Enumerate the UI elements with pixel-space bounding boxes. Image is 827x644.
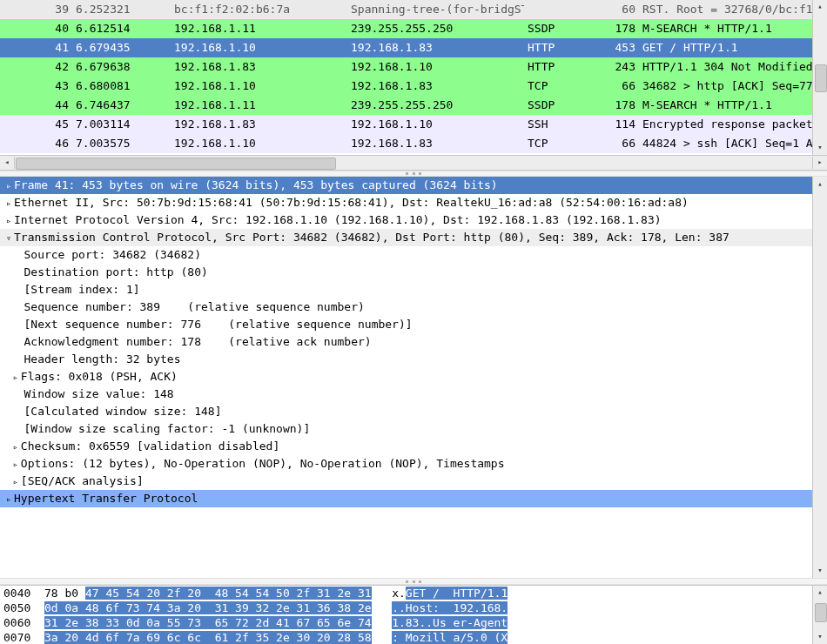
col-time: 6.612514 — [72, 19, 171, 38]
tree-item[interactable]: [Next sequence number: 776 (relative seq… — [0, 316, 812, 333]
col-time: 6.680081 — [72, 77, 171, 96]
col-length: 114 — [601, 115, 639, 134]
expander-icon[interactable]: ▹ — [10, 369, 21, 386]
tree-item[interactable]: ▹Options: (12 bytes), No-Operation (NOP)… — [0, 455, 812, 473]
tree-item[interactable]: Destination port: http (80) — [0, 264, 812, 281]
tree-label: Header length: 32 bytes — [24, 352, 180, 366]
tree-label: Internet Protocol Version 4, Src: 192.16… — [14, 213, 662, 226]
tree-item-ethernet[interactable]: ▹Ethernet II, Src: 50:7b:9d:15:68:41 (50… — [0, 194, 812, 211]
col-source: 192.168.1.11 — [171, 96, 347, 115]
col-length: 66 — [601, 134, 639, 153]
hex-row[interactable]: 0050 0d 0a 48 6f 73 74 3a 20 31 39 32 2e… — [3, 600, 809, 615]
scroll-up-icon[interactable]: ▴ — [814, 586, 826, 600]
packet-bytes-pane: 0040 78 b0 47 45 54 20 2f 20 48 54 54 50… — [0, 585, 827, 644]
tree-label: Checksum: 0x6559 [validation disabled] — [21, 439, 279, 453]
scroll-thumb[interactable] — [815, 64, 827, 92]
tree-item-ip[interactable]: ▹Internet Protocol Version 4, Src: 192.1… — [0, 211, 812, 229]
packet-row[interactable]: 446.746437192.168.1.11239.255.255.250SSD… — [0, 96, 812, 115]
tree-label: Sequence number: 389 (relative sequence … — [24, 300, 364, 313]
splitter[interactable] — [0, 578, 827, 585]
expander-icon[interactable]: ▹ — [10, 439, 21, 456]
packet-row[interactable]: 426.679638192.168.1.83192.168.1.10HTTP24… — [0, 57, 812, 77]
tree-item[interactable]: [Stream index: 1] — [0, 281, 812, 299]
packet-row[interactable]: 467.003575192.168.1.10192.168.1.83TCP664… — [0, 134, 812, 153]
col-length: 453 — [601, 38, 639, 57]
tree-item[interactable]: Acknowledgment number: 178 (relative ack… — [0, 333, 812, 351]
tree-item[interactable]: Window size value: 148 — [0, 386, 812, 403]
expander-icon[interactable]: ▹ — [3, 212, 14, 230]
hex-vscrollbar[interactable]: ▴ ▾ — [812, 586, 827, 644]
scroll-down-icon[interactable]: ▾ — [814, 630, 826, 644]
scroll-up-icon[interactable]: ▴ — [814, 0, 826, 14]
col-no: 39 — [0, 0, 72, 19]
scroll-down-icon[interactable]: ▾ — [814, 141, 826, 155]
tree-item-http[interactable]: ▹Hypertext Transfer Protocol — [0, 490, 812, 507]
col-source: 192.168.1.10 — [171, 77, 347, 96]
expander-icon[interactable]: ▹ — [3, 195, 14, 212]
tree-label: Ethernet II, Src: 50:7b:9d:15:68:41 (50:… — [14, 196, 689, 209]
expander-icon[interactable]: ▹ — [10, 473, 21, 491]
expander-icon[interactable]: ▹ — [10, 456, 21, 473]
hex-row[interactable]: 0060 31 2e 38 33 0d 0a 55 73 65 72 2d 41… — [3, 615, 809, 630]
scroll-thumb[interactable] — [16, 158, 336, 170]
col-time: 7.294462 — [72, 153, 171, 155]
scroll-down-icon[interactable]: ▾ — [814, 564, 826, 578]
tree-item[interactable]: Header length: 32 bytes — [0, 351, 812, 368]
col-source: 192.168.1.11 — [171, 19, 347, 38]
hex-row[interactable]: 0040 78 b0 47 45 54 20 2f 20 48 54 54 50… — [3, 586, 809, 600]
col-protocol: TCP — [524, 134, 601, 153]
col-protocol: SSH — [524, 115, 601, 134]
col-time: 6.679435 — [72, 38, 171, 57]
splitter[interactable] — [0, 171, 827, 178]
col-time: 7.003114 — [72, 115, 171, 134]
tree-item-tcp[interactable]: ▿Transmission Control Protocol, Src Port… — [0, 229, 812, 246]
col-length: 178 — [601, 19, 639, 38]
col-no: 46 — [0, 134, 72, 153]
details-vscrollbar[interactable]: ▴ ▾ — [812, 177, 827, 578]
col-protocol: HTTP — [524, 57, 601, 77]
hex-row[interactable]: 0070 3a 20 4d 6f 7a 69 6c 6c 61 2f 35 2e… — [3, 630, 809, 644]
scroll-right-icon[interactable]: ▸ — [812, 157, 827, 169]
expander-icon[interactable]: ▹ — [3, 491, 14, 508]
tree-label: Source port: 34682 (34682) — [24, 248, 201, 261]
packet-list[interactable]: 396.252321bc:f1:f2:02:b6:7aSpanning-tree… — [0, 0, 812, 155]
tree-item-frame[interactable]: ▹Frame 41: 453 bytes on wire (3624 bits)… — [0, 177, 812, 194]
col-no: 41 — [0, 38, 72, 57]
col-protocol: DHCPv6 — [524, 153, 601, 155]
col-protocol: SSDP — [524, 19, 601, 38]
tree-item[interactable]: ▹[SEQ/ACK analysis] — [0, 473, 812, 490]
packet-row[interactable]: 477.294462fe80::54e5:abbc:fc1a:6d7ff02::… — [0, 153, 812, 155]
col-info: M-SEARCH * HTTP/1.1 — [639, 96, 812, 115]
tree-item[interactable]: Source port: 34682 (34682) — [0, 246, 812, 264]
col-info: M-SEARCH * HTTP/1.1 — [639, 19, 812, 38]
tree-label: Frame 41: 453 bytes on wire (3624 bits),… — [14, 178, 498, 191]
col-time: 6.252321 — [72, 0, 171, 19]
col-source: 192.168.1.10 — [171, 134, 347, 153]
packet-row[interactable]: 396.252321bc:f1:f2:02:b6:7aSpanning-tree… — [0, 0, 812, 19]
packet-list-hscrollbar[interactable]: ◂ ▸ — [0, 155, 827, 171]
tree-item[interactable]: Sequence number: 389 (relative sequence … — [0, 299, 812, 316]
col-destination: 192.168.1.10 — [347, 57, 524, 77]
tree-label: Window size value: 148 — [24, 387, 173, 400]
packet-details-tree[interactable]: ▹Frame 41: 453 bytes on wire (3624 bits)… — [0, 177, 812, 578]
tree-label: [SEQ/ACK analysis] — [21, 474, 144, 487]
col-info: HTTP/1.1 304 Not Modified — [639, 57, 812, 77]
scroll-thumb[interactable] — [815, 603, 827, 622]
packet-row[interactable]: 416.679435192.168.1.10192.168.1.83HTTP45… — [0, 38, 812, 57]
packet-row[interactable]: 406.612514192.168.1.11239.255.255.250SSD… — [0, 19, 812, 38]
hex-dump[interactable]: 0040 78 b0 47 45 54 20 2f 20 48 54 54 50… — [0, 586, 812, 644]
tree-item[interactable]: [Window size scaling factor: -1 (unknown… — [0, 420, 812, 438]
col-source: 192.168.1.83 — [171, 57, 347, 77]
scroll-up-icon[interactable]: ▴ — [814, 177, 826, 191]
col-info: 44824 > ssh [ACK] Seq=1 Ack=465 — [639, 134, 812, 153]
packet-row[interactable]: 457.003114192.168.1.83192.168.1.10SSH114… — [0, 115, 812, 134]
col-destination: 239.255.255.250 — [347, 19, 524, 38]
packet-row[interactable]: 436.680081192.168.1.10192.168.1.83TCP663… — [0, 77, 812, 96]
expander-icon[interactable]: ▿ — [3, 230, 14, 247]
packet-list-vscrollbar[interactable]: ▴ ▾ — [812, 0, 827, 155]
tree-item[interactable]: [Calculated window size: 148] — [0, 403, 812, 420]
expander-icon[interactable]: ▹ — [3, 178, 14, 195]
tree-item[interactable]: ▹Flags: 0x018 (PSH, ACK) — [0, 368, 812, 386]
scroll-left-icon[interactable]: ◂ — [0, 157, 15, 169]
tree-item[interactable]: ▹Checksum: 0x6559 [validation disabled] — [0, 438, 812, 455]
